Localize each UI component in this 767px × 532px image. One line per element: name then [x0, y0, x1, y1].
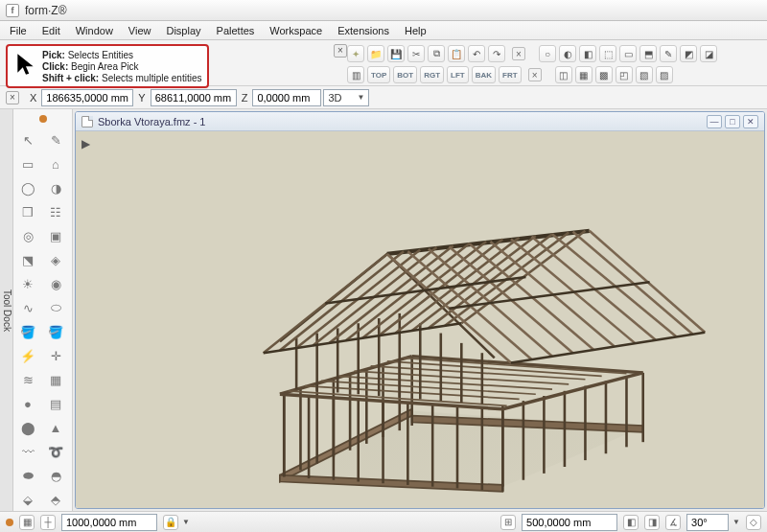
display-btn-3[interactable]: ▩: [595, 66, 613, 83]
view-btn-top[interactable]: TOP: [367, 66, 390, 83]
tool-prism-icon[interactable]: ◈: [43, 248, 68, 271]
menu-extensions[interactable]: Extensions: [330, 23, 397, 38]
viewport-maximize-button[interactable]: □: [725, 115, 740, 128]
tool-house-icon[interactable]: ⌂: [43, 152, 68, 175]
tool-pen-icon[interactable]: ✎: [43, 128, 68, 151]
tool-rect-icon[interactable]: ▭: [15, 152, 40, 175]
tool-cylinder-icon[interactable]: ⬭: [43, 296, 68, 319]
status-btn-c[interactable]: ◇: [746, 515, 761, 530]
tool-sphere-icon[interactable]: ●: [15, 392, 40, 415]
tool-dock-tab[interactable]: Tool Dock: [0, 109, 13, 511]
tool-zigzag2-icon[interactable]: ≋: [15, 368, 40, 391]
toolbar-btn-misc-3[interactable]: ◧: [579, 45, 596, 62]
tool-torus-icon[interactable]: ⬤: [15, 416, 40, 439]
menu-window[interactable]: Window: [68, 23, 121, 38]
menu-help[interactable]: Help: [397, 23, 434, 38]
toolbar-btn-new[interactable]: ✦: [347, 45, 364, 62]
menu-file[interactable]: File: [2, 23, 35, 38]
tool-shell-icon[interactable]: ◑: [43, 176, 68, 199]
toolbar-btn-open[interactable]: 📁: [367, 45, 384, 62]
view-btn-lft[interactable]: LFT: [447, 66, 469, 83]
tool-axis-icon[interactable]: ✛: [43, 344, 68, 367]
tool-grid-icon[interactable]: ▦: [43, 368, 68, 391]
tool-cursor-icon[interactable]: ↖: [15, 128, 40, 151]
display-btn-6[interactable]: ▨: [656, 66, 673, 83]
toolbar-btn-misc-6[interactable]: ⬒: [639, 45, 657, 62]
toolbar-close-1[interactable]: ×: [512, 47, 525, 60]
toolbar-btn-copy[interactable]: ⧉: [428, 45, 445, 62]
coord-mode-select[interactable]: 3D▼: [323, 89, 369, 106]
viewport-close-button[interactable]: ✕: [743, 115, 758, 128]
toolbar-btn-paste[interactable]: 📋: [448, 45, 465, 62]
view-btn-persp[interactable]: ▥: [347, 66, 364, 83]
tool-cone-icon[interactable]: ▲: [43, 416, 68, 439]
status-btn-snap-size[interactable]: ⊞: [500, 515, 516, 530]
tool-cube-icon[interactable]: ❒: [15, 200, 40, 223]
tool-donut-icon[interactable]: ◉: [43, 272, 68, 295]
toolbar-btn-save[interactable]: 💾: [387, 45, 405, 62]
coord-z-input[interactable]: [252, 89, 321, 106]
toolbar-btn-misc-5[interactable]: ▭: [619, 45, 637, 62]
toolbar-btn-misc-9[interactable]: ◪: [700, 45, 717, 62]
chevron-down-icon[interactable]: ▼: [182, 518, 190, 526]
viewport-titlebar[interactable]: Sborka Vtoraya.fmz - 1 — □ ✕: [76, 112, 764, 131]
display-btn-4[interactable]: ◰: [616, 66, 633, 83]
tool-zigzag-icon[interactable]: ⚡: [15, 344, 40, 367]
toolbar-btn-cut[interactable]: ✂: [407, 45, 425, 62]
toolbar-btn-undo[interactable]: ↶: [468, 45, 485, 62]
tool-wave-icon[interactable]: 〰: [15, 440, 40, 463]
toolbar-btn-misc-1[interactable]: ○: [539, 45, 556, 62]
tool-curve-icon[interactable]: ∿: [15, 296, 40, 319]
viewport-corner-icon[interactable]: ▶: [81, 137, 90, 150]
status-btn-grid-toggle[interactable]: ▦: [19, 515, 35, 530]
coord-bar-close[interactable]: ×: [6, 91, 19, 104]
tool-loft-icon[interactable]: ⬙: [15, 488, 40, 511]
tool-surf-icon[interactable]: ⬘: [43, 488, 68, 511]
display-btn-1[interactable]: ◫: [555, 66, 572, 83]
status-btn-a[interactable]: ◧: [623, 515, 639, 530]
view-btn-rgt[interactable]: RGT: [420, 66, 444, 83]
status-angle-input[interactable]: [686, 514, 729, 531]
toolbar-btn-misc-8[interactable]: ◩: [680, 45, 697, 62]
display-btn-2[interactable]: ▦: [575, 66, 593, 83]
toolbar-btn-misc-4[interactable]: ⬚: [599, 45, 616, 62]
tool-oval-icon[interactable]: ◯: [15, 176, 40, 199]
tool-block-icon[interactable]: ▣: [43, 224, 68, 247]
coord-y-input[interactable]: [151, 89, 237, 106]
tool-dome-icon[interactable]: ◓: [43, 464, 68, 487]
toolbar-btn-misc-2[interactable]: ◐: [559, 45, 576, 62]
coord-x-input[interactable]: [41, 89, 133, 106]
menu-palettes[interactable]: Palettes: [209, 23, 263, 38]
viewport-canvas[interactable]: ▶: [76, 131, 764, 508]
status-handle-icon[interactable]: [6, 519, 13, 526]
toolbar-close-2[interactable]: ×: [528, 68, 542, 81]
status-grid-input[interactable]: [61, 514, 157, 531]
tool-melon-icon[interactable]: ⬬: [15, 464, 40, 487]
tool-ring-icon[interactable]: ◎: [15, 224, 40, 247]
tool-sun-icon[interactable]: ☀: [15, 272, 40, 295]
tool-stack-icon[interactable]: ☷: [43, 200, 68, 223]
display-btn-5[interactable]: ▧: [636, 66, 653, 83]
tool-bucket-icon[interactable]: 🪣: [15, 320, 40, 343]
view-btn-frt[interactable]: FRT: [499, 66, 522, 83]
view-btn-bot[interactable]: BOT: [393, 66, 417, 83]
status-snap-input[interactable]: [522, 514, 617, 531]
status-btn-axis-lock[interactable]: 🔒: [163, 515, 178, 530]
chevron-down-icon[interactable]: ▼: [732, 518, 740, 526]
palette-handle-icon[interactable]: [39, 115, 47, 123]
toolbar-btn-redo[interactable]: ↷: [488, 45, 505, 62]
status-btn-b[interactable]: ◨: [644, 515, 660, 530]
status-btn-snap[interactable]: ┼: [40, 515, 56, 530]
menu-edit[interactable]: Edit: [35, 23, 68, 38]
view-btn-bak[interactable]: BAK: [472, 66, 496, 83]
menu-view[interactable]: View: [121, 23, 159, 38]
menu-workspace[interactable]: Workspace: [262, 23, 330, 38]
tool-helix-icon[interactable]: ➰: [43, 440, 68, 463]
menu-display[interactable]: Display: [158, 23, 208, 38]
toolbar-btn-misc-7[interactable]: ✎: [660, 45, 677, 62]
viewport-minimize-button[interactable]: —: [707, 115, 722, 128]
tool-wall-icon[interactable]: ▤: [43, 392, 68, 415]
tool-profile-icon[interactable]: ⬔: [15, 248, 40, 271]
status-btn-angle[interactable]: ∡: [665, 515, 681, 530]
hint-close-button[interactable]: ×: [334, 44, 347, 58]
